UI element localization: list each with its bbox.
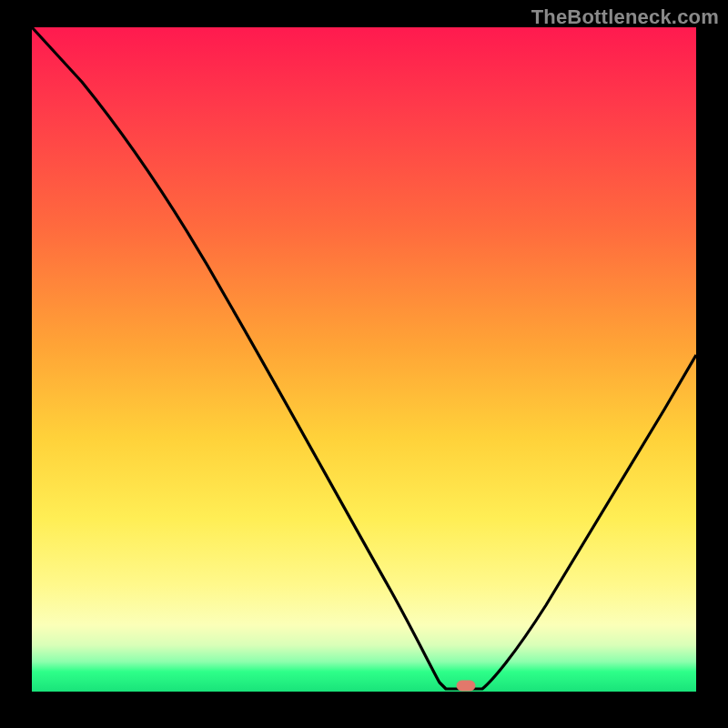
plot-area — [32, 27, 696, 692]
watermark-text: TheBottleneck.com — [531, 5, 719, 29]
optimum-marker — [457, 681, 475, 691]
chart-frame: TheBottleneck.com — [0, 0, 728, 728]
curve-layer — [32, 27, 696, 692]
bottleneck-curve — [32, 27, 696, 689]
